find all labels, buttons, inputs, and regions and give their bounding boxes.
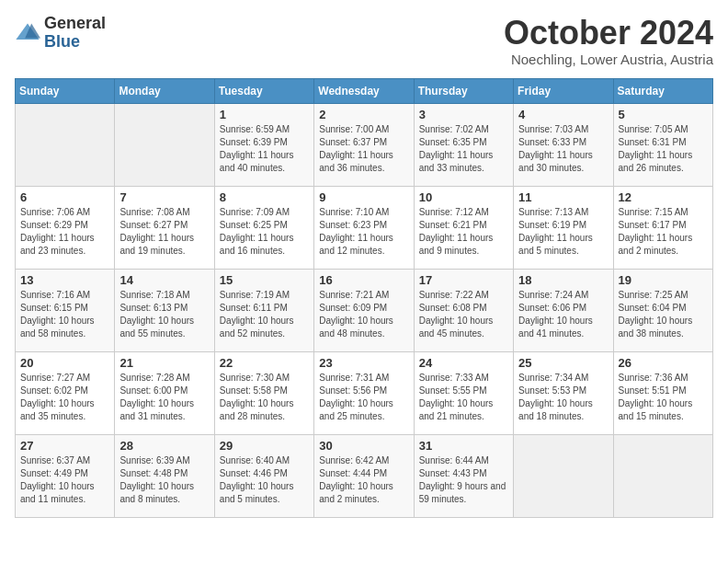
weekday-header: Friday bbox=[514, 78, 613, 103]
calendar-cell: 17Sunrise: 7:22 AMSunset: 6:08 PMDayligh… bbox=[414, 269, 513, 351]
calendar-cell: 3Sunrise: 7:02 AMSunset: 6:35 PMDaylight… bbox=[414, 103, 513, 186]
calendar-cell: 10Sunrise: 7:12 AMSunset: 6:21 PMDayligh… bbox=[414, 186, 513, 269]
day-info: Sunrise: 6:42 AMSunset: 4:44 PMDaylight:… bbox=[319, 454, 408, 506]
calendar-cell: 19Sunrise: 7:25 AMSunset: 6:04 PMDayligh… bbox=[613, 269, 712, 351]
day-number: 11 bbox=[518, 190, 608, 204]
calendar-cell: 4Sunrise: 7:03 AMSunset: 6:33 PMDaylight… bbox=[514, 103, 613, 186]
calendar-table: SundayMondayTuesdayWednesdayThursdayFrid… bbox=[15, 78, 713, 518]
calendar-cell: 9Sunrise: 7:10 AMSunset: 6:23 PMDaylight… bbox=[314, 186, 414, 269]
weekday-header: Thursday bbox=[414, 78, 513, 103]
day-info: Sunrise: 7:33 AMSunset: 5:55 PMDaylight:… bbox=[419, 372, 508, 423]
day-number: 31 bbox=[419, 439, 508, 453]
weekday-header: Saturday bbox=[613, 78, 712, 103]
day-number: 12 bbox=[619, 190, 708, 204]
page-header: General Blue October 2024 Noechling, Low… bbox=[15, 15, 713, 67]
calendar-cell: 6Sunrise: 7:06 AMSunset: 6:29 PMDaylight… bbox=[16, 186, 115, 269]
day-info: Sunrise: 7:19 AMSunset: 6:11 PMDaylight:… bbox=[220, 289, 309, 340]
logo-general: General bbox=[44, 15, 106, 33]
calendar-cell: 23Sunrise: 7:31 AMSunset: 5:56 PMDayligh… bbox=[314, 351, 414, 434]
day-number: 4 bbox=[518, 108, 608, 121]
calendar-cell: 21Sunrise: 7:28 AMSunset: 6:00 PMDayligh… bbox=[115, 351, 214, 434]
calendar-cell: 28Sunrise: 6:39 AMSunset: 4:48 PMDayligh… bbox=[115, 434, 214, 517]
day-info: Sunrise: 7:30 AMSunset: 5:58 PMDaylight:… bbox=[220, 372, 309, 423]
day-info: Sunrise: 7:08 AMSunset: 6:27 PMDaylight:… bbox=[119, 206, 209, 258]
calendar-cell: 30Sunrise: 6:42 AMSunset: 4:44 PMDayligh… bbox=[314, 434, 414, 517]
calendar-cell: 7Sunrise: 7:08 AMSunset: 6:27 PMDaylight… bbox=[115, 186, 214, 269]
day-number: 14 bbox=[119, 273, 209, 287]
day-info: Sunrise: 7:00 AMSunset: 6:37 PMDaylight:… bbox=[319, 123, 408, 175]
day-info: Sunrise: 7:05 AMSunset: 6:31 PMDaylight:… bbox=[619, 123, 708, 175]
calendar-cell: 2Sunrise: 7:00 AMSunset: 6:37 PMDaylight… bbox=[314, 103, 414, 186]
calendar-cell bbox=[514, 434, 613, 517]
calendar-cell: 8Sunrise: 7:09 AMSunset: 6:25 PMDaylight… bbox=[214, 186, 313, 269]
logo-icon bbox=[15, 20, 40, 46]
day-number: 28 bbox=[119, 439, 209, 453]
day-number: 17 bbox=[419, 273, 508, 287]
title-section: October 2024 Noechling, Lower Austria, A… bbox=[504, 15, 713, 67]
day-info: Sunrise: 7:36 AMSunset: 5:51 PMDaylight:… bbox=[619, 372, 708, 423]
day-info: Sunrise: 7:18 AMSunset: 6:13 PMDaylight:… bbox=[119, 289, 209, 340]
day-info: Sunrise: 7:02 AMSunset: 6:35 PMDaylight:… bbox=[419, 123, 508, 175]
day-info: Sunrise: 7:21 AMSunset: 6:09 PMDaylight:… bbox=[319, 289, 408, 340]
day-info: Sunrise: 7:09 AMSunset: 6:25 PMDaylight:… bbox=[220, 206, 309, 258]
day-number: 18 bbox=[518, 273, 608, 287]
calendar-week-row: 6Sunrise: 7:06 AMSunset: 6:29 PMDaylight… bbox=[16, 186, 713, 269]
day-info: Sunrise: 7:16 AMSunset: 6:15 PMDaylight:… bbox=[20, 289, 109, 340]
calendar-cell: 20Sunrise: 7:27 AMSunset: 6:02 PMDayligh… bbox=[16, 351, 115, 434]
day-info: Sunrise: 7:15 AMSunset: 6:17 PMDaylight:… bbox=[619, 206, 708, 258]
calendar-week-row: 27Sunrise: 6:37 AMSunset: 4:49 PMDayligh… bbox=[16, 434, 713, 517]
weekday-header: Tuesday bbox=[214, 78, 313, 103]
calendar-cell bbox=[115, 103, 214, 186]
calendar-cell: 25Sunrise: 7:34 AMSunset: 5:53 PMDayligh… bbox=[514, 351, 613, 434]
calendar-week-row: 1Sunrise: 6:59 AMSunset: 6:39 PMDaylight… bbox=[16, 103, 713, 186]
day-number: 6 bbox=[20, 190, 109, 204]
day-number: 9 bbox=[319, 190, 408, 204]
calendar-cell: 11Sunrise: 7:13 AMSunset: 6:19 PMDayligh… bbox=[514, 186, 613, 269]
calendar-cell: 16Sunrise: 7:21 AMSunset: 6:09 PMDayligh… bbox=[314, 269, 414, 351]
calendar-cell: 5Sunrise: 7:05 AMSunset: 6:31 PMDaylight… bbox=[613, 103, 712, 186]
calendar-week-row: 20Sunrise: 7:27 AMSunset: 6:02 PMDayligh… bbox=[16, 351, 713, 434]
day-number: 13 bbox=[20, 273, 109, 287]
logo-text: General Blue bbox=[44, 15, 106, 52]
calendar-cell: 13Sunrise: 7:16 AMSunset: 6:15 PMDayligh… bbox=[16, 269, 115, 351]
day-info: Sunrise: 7:22 AMSunset: 6:08 PMDaylight:… bbox=[419, 289, 508, 340]
day-number: 30 bbox=[319, 439, 408, 453]
calendar-cell: 31Sunrise: 6:44 AMSunset: 4:43 PMDayligh… bbox=[414, 434, 513, 517]
calendar-cell: 29Sunrise: 6:40 AMSunset: 4:46 PMDayligh… bbox=[214, 434, 313, 517]
day-info: Sunrise: 7:06 AMSunset: 6:29 PMDaylight:… bbox=[20, 206, 109, 258]
day-info: Sunrise: 6:59 AMSunset: 6:39 PMDaylight:… bbox=[220, 123, 309, 175]
calendar-cell: 27Sunrise: 6:37 AMSunset: 4:49 PMDayligh… bbox=[16, 434, 115, 517]
day-info: Sunrise: 7:24 AMSunset: 6:06 PMDaylight:… bbox=[518, 289, 608, 340]
day-number: 19 bbox=[619, 273, 708, 287]
day-number: 24 bbox=[419, 356, 508, 370]
day-number: 5 bbox=[619, 108, 708, 121]
day-number: 10 bbox=[419, 190, 508, 204]
day-number: 20 bbox=[20, 356, 109, 370]
day-number: 2 bbox=[319, 108, 408, 121]
day-info: Sunrise: 6:40 AMSunset: 4:46 PMDaylight:… bbox=[220, 454, 309, 506]
weekday-header: Sunday bbox=[16, 78, 115, 103]
day-number: 7 bbox=[119, 190, 209, 204]
calendar-cell: 14Sunrise: 7:18 AMSunset: 6:13 PMDayligh… bbox=[115, 269, 214, 351]
calendar-cell: 22Sunrise: 7:30 AMSunset: 5:58 PMDayligh… bbox=[214, 351, 313, 434]
calendar-cell bbox=[16, 103, 115, 186]
day-number: 22 bbox=[220, 356, 309, 370]
day-number: 16 bbox=[319, 273, 408, 287]
day-number: 27 bbox=[20, 439, 109, 453]
day-number: 1 bbox=[220, 108, 309, 121]
month-title: October 2024 bbox=[504, 15, 713, 52]
logo: General Blue bbox=[15, 15, 106, 52]
calendar-cell: 12Sunrise: 7:15 AMSunset: 6:17 PMDayligh… bbox=[613, 186, 712, 269]
weekday-header-row: SundayMondayTuesdayWednesdayThursdayFrid… bbox=[16, 78, 713, 103]
day-info: Sunrise: 6:39 AMSunset: 4:48 PMDaylight:… bbox=[119, 454, 209, 506]
weekday-header: Wednesday bbox=[314, 78, 414, 103]
logo-blue: Blue bbox=[44, 33, 106, 52]
day-info: Sunrise: 6:37 AMSunset: 4:49 PMDaylight:… bbox=[20, 454, 109, 506]
day-info: Sunrise: 7:25 AMSunset: 6:04 PMDaylight:… bbox=[619, 289, 708, 340]
calendar-cell: 18Sunrise: 7:24 AMSunset: 6:06 PMDayligh… bbox=[514, 269, 613, 351]
calendar-cell bbox=[613, 434, 712, 517]
day-number: 3 bbox=[419, 108, 508, 121]
calendar-cell: 15Sunrise: 7:19 AMSunset: 6:11 PMDayligh… bbox=[214, 269, 313, 351]
day-info: Sunrise: 7:12 AMSunset: 6:21 PMDaylight:… bbox=[419, 206, 508, 258]
day-number: 15 bbox=[220, 273, 309, 287]
